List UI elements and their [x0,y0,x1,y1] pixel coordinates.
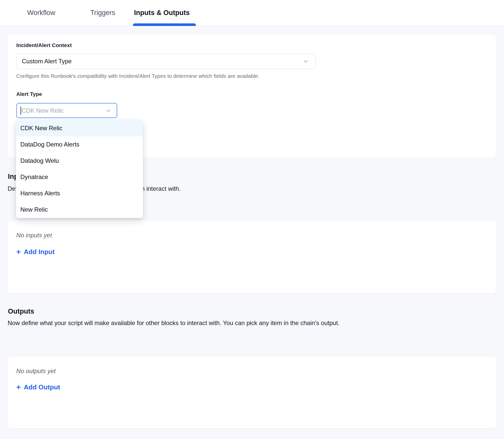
add-input-button[interactable]: + Add Input [16,248,55,256]
alert-type-dropdown-menu: CDK New Relic DataDog Demo Alerts Datado… [16,120,143,218]
text-cursor [21,107,21,115]
incident-alert-context-help: Configure this Runbook's compatibility w… [16,73,259,79]
plus-icon: + [16,383,21,391]
dropdown-option-harness-alerts[interactable]: Harness Alerts [16,185,143,201]
alert-type-combobox[interactable]: CDK New Relic [16,103,117,118]
chevron-down-icon [303,58,308,64]
dropdown-option-datadog-welu[interactable]: Datadog Welu [16,153,143,169]
tab-inputs-outputs[interactable]: Inputs & Outputs [134,0,190,25]
tab-triggers[interactable]: Triggers [90,0,115,25]
incident-alert-context-select[interactable]: Custom Alert Type [16,54,316,69]
add-input-label: Add Input [24,248,55,256]
add-output-button[interactable]: + Add Output [16,383,60,391]
dropdown-option-datadog-demo-alerts[interactable]: DataDog Demo Alerts [16,136,143,153]
chevron-down-icon [106,108,111,113]
dropdown-option-cdk-new-relic[interactable]: CDK New Relic [16,120,143,136]
outputs-card: No outputs yet + Add Output [8,356,496,429]
incident-alert-context-label: Incident/Alert Context [16,42,72,48]
active-tab-underline [133,23,196,26]
tab-workflow[interactable]: Workflow [27,0,55,25]
outputs-section-description: Now define what your script will make av… [8,319,339,327]
plus-icon: + [16,248,21,256]
outputs-empty-state: No outputs yet [16,368,56,375]
add-output-label: Add Output [24,383,60,391]
inputs-empty-state: No inputs yet [16,232,52,239]
incident-alert-context-value: Custom Alert Type [22,58,303,65]
outputs-section-title: Outputs [8,308,34,315]
tab-bar: Workflow Triggers Inputs & Outputs [0,0,504,26]
dropdown-option-dynatrace[interactable]: Dynatrace [16,169,143,185]
inputs-card: No inputs yet + Add Input [8,220,496,294]
alert-type-placeholder: CDK New Relic [22,107,106,114]
alert-type-label: Alert Type [16,91,42,97]
dropdown-option-new-relic[interactable]: New Relic [16,201,143,218]
